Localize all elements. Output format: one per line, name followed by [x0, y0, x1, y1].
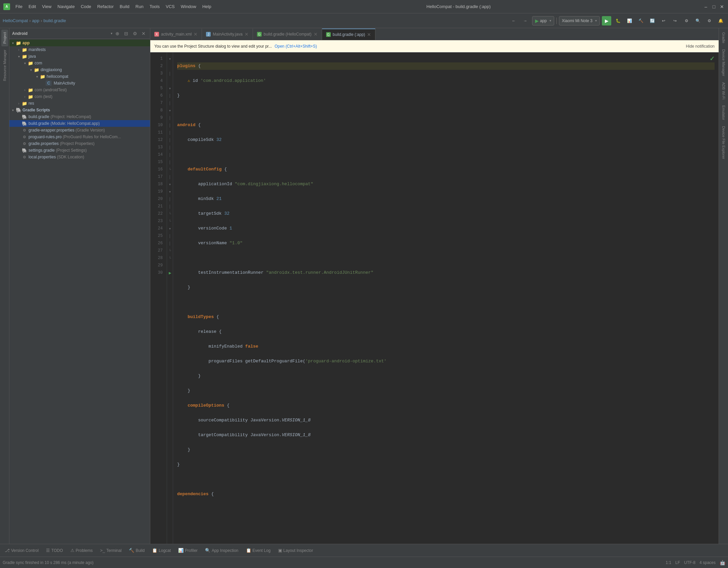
device-file-explorer-tab[interactable]: Device File Explorer	[720, 123, 727, 162]
breadcrumb-file[interactable]: build.gradle	[44, 18, 66, 23]
fold-24[interactable]: ▾	[167, 225, 173, 232]
tree-item-gradle-props[interactable]: ⚙ gradle.properties (Project Properties)	[9, 140, 150, 147]
code-content[interactable]: plugins { ⚠ id 'com.android.application'…	[173, 52, 719, 544]
tree-item-dingjiaxiong[interactable]: ▾ 📁 dingjiaxiong	[9, 66, 150, 73]
back-nav-button[interactable]: ←	[509, 16, 519, 25]
app-inspection-tab[interactable]: 🔍 App Inspection	[202, 547, 242, 554]
menu-code[interactable]: Code	[78, 3, 94, 10]
scroll-to-source-button[interactable]: ⊕	[114, 30, 121, 37]
menu-file[interactable]: File	[13, 3, 25, 10]
problems-tab[interactable]: ⚠ Problems	[67, 547, 96, 554]
tree-item-settings-gradle[interactable]: 🐘 settings.gradle (Project Settings)	[9, 147, 150, 154]
layout-inspector-tab[interactable]: ▣ Layout Inspector	[275, 547, 317, 554]
line-num-26: 26	[150, 240, 165, 247]
close-tab-build-gradle-app[interactable]: ✕	[367, 32, 371, 37]
configuration-selector[interactable]: ▶ app ▾	[532, 16, 554, 25]
notifications-button[interactable]: 🔔	[716, 16, 725, 25]
fold-5[interactable]: ▾	[167, 85, 173, 92]
fold-19[interactable]: ▾	[167, 188, 173, 195]
maximize-button[interactable]: □	[711, 4, 717, 9]
close-tab-build-gradle-hc[interactable]: ✕	[314, 32, 318, 37]
device-selector[interactable]: Xiaomi Mi Note 3 ▾	[559, 16, 600, 25]
settings-button[interactable]: ⚙	[682, 16, 691, 25]
breadcrumb-module[interactable]: app	[32, 18, 40, 23]
debug-button[interactable]: 🐛	[613, 16, 623, 25]
todo-tab[interactable]: ☰ TODO	[43, 547, 66, 554]
tab-build-gradle-app[interactable]: G build.gradle (:app) ✕	[322, 29, 376, 40]
close-button[interactable]: ✕	[719, 4, 725, 9]
terminal-icon: >_	[100, 548, 105, 553]
fold-1[interactable]: ▾	[167, 55, 173, 62]
menu-edit[interactable]: Edit	[26, 3, 39, 10]
tree-item-res[interactable]: › 📁 res	[9, 100, 150, 107]
menu-build[interactable]: Build	[117, 3, 132, 10]
tree-item-test[interactable]: › 📁 com (test)	[9, 93, 150, 100]
fold-18[interactable]: ▾	[167, 180, 173, 188]
logcat-tab[interactable]: 📋 Logcat	[149, 547, 174, 554]
close-tab-mainactivity[interactable]: ✕	[245, 32, 249, 37]
tree-item-hellocompat[interactable]: ▾ 📁 hellocompat	[9, 73, 150, 80]
menu-vcs[interactable]: VCS	[163, 3, 177, 10]
tree-item-wrapper-props[interactable]: ⚙ gradle-wrapper.properties (Gradle Vers…	[9, 127, 150, 134]
sync-button[interactable]: 🔄	[647, 16, 657, 25]
menu-navigate[interactable]: Navigate	[55, 3, 77, 10]
notification-open-link[interactable]: Open (Ctrl+Alt+Shift+S)	[274, 44, 317, 49]
menu-help[interactable]: Help	[200, 3, 214, 10]
cursor-position[interactable]: 1:1	[666, 560, 671, 565]
tab-build-gradle-hellocompat[interactable]: G build.gradle (HelloCompat) ✕	[253, 29, 322, 40]
tree-item-proguard[interactable]: ⚙ proguard-rules.pro (ProGuard Rules for…	[9, 134, 150, 140]
device-manager-tab[interactable]: Device Manager	[720, 47, 727, 79]
tree-item-java[interactable]: ▾ 📁 java	[9, 53, 150, 60]
collapse-all-button[interactable]: ⊟	[122, 30, 130, 37]
search-everywhere-button[interactable]: 🔍	[693, 16, 703, 25]
tree-item-app[interactable]: ▾ 📁 app	[9, 40, 150, 46]
project-type-dropdown[interactable]: ▾	[111, 32, 112, 35]
profile-button[interactable]: 📊	[625, 16, 634, 25]
menu-refactor[interactable]: Refactor	[95, 3, 116, 10]
redo-button[interactable]: ↪	[670, 16, 680, 25]
encoding[interactable]: UTF-8	[684, 560, 695, 565]
tree-item-build-gradle-module[interactable]: 🐘 build.gradle (Module: HelloCompat.app)	[9, 120, 150, 127]
project-panel-tab[interactable]: Project	[1, 30, 8, 46]
indent-setting[interactable]: 4 spaces	[699, 560, 716, 565]
tree-item-local-props[interactable]: ⚙ local.properties (SDK Location)	[9, 154, 150, 160]
close-panel-button[interactable]: ✕	[140, 30, 147, 37]
event-log-tab[interactable]: 📋 Event Log	[243, 547, 274, 554]
version-control-tab[interactable]: ⎇ Version Control	[1, 547, 42, 554]
menu-tools[interactable]: Tools	[147, 3, 162, 10]
run-button[interactable]: ▶	[602, 16, 611, 25]
build-tab[interactable]: 🔨 Build	[125, 547, 148, 554]
tree-item-manifests[interactable]: › 📁 manifests	[9, 46, 150, 53]
menu-window[interactable]: Window	[178, 3, 199, 10]
tree-item-build-gradle-project[interactable]: 🐘 build.gradle (Project: HelloCompat)	[9, 113, 150, 120]
breadcrumb-project[interactable]: HelloCompat	[3, 18, 28, 23]
resource-manager-tab[interactable]: Resource Manager	[1, 47, 8, 84]
tree-item-mainactivity[interactable]: C MainActivity	[9, 80, 150, 87]
fold-8[interactable]: ▾	[167, 107, 173, 114]
tree-item-gradle-scripts[interactable]: ▾ 🐘 Gradle Scripts	[9, 107, 150, 113]
gradle-panel-tab[interactable]: Gradle	[720, 30, 727, 46]
tree-label-app: app	[22, 41, 30, 45]
tab-activity-main-xml[interactable]: X activity_main.xml ✕	[150, 29, 202, 40]
code-editor[interactable]: 1 2 3 4 5 6 7 8 9 10 11 12 13 14 15 16 1…	[150, 52, 719, 544]
tree-item-com[interactable]: ▾ 📁 com	[9, 60, 150, 66]
adb-wifi-tab[interactable]: ADB Wi-Fi	[720, 80, 727, 102]
tree-item-androidtest[interactable]: › 📁 com (androidTest)	[9, 87, 150, 93]
undo-button[interactable]: ↩	[659, 16, 668, 25]
build-button[interactable]: 🔨	[636, 16, 645, 25]
tree-label-bgm: build.gradle (Module: HelloCompat.app)	[29, 121, 100, 126]
menu-run[interactable]: Run	[133, 3, 146, 10]
run-gutter-30[interactable]: ▶	[167, 269, 173, 276]
close-tab-activity-main[interactable]: ✕	[194, 32, 198, 37]
tab-mainactivity-java[interactable]: J MainActivity.java ✕	[202, 29, 253, 40]
panel-settings-button[interactable]: ⚙	[131, 30, 139, 37]
terminal-tab[interactable]: >_ Terminal	[97, 547, 125, 554]
emulator-tab[interactable]: Emulator	[720, 103, 727, 123]
minimize-button[interactable]: –	[703, 4, 709, 9]
menu-view[interactable]: View	[39, 3, 54, 10]
line-ending[interactable]: LF	[675, 560, 680, 565]
forward-nav-button[interactable]: →	[521, 16, 530, 25]
settings2-button[interactable]: ⚙	[705, 16, 714, 25]
notification-hide-button[interactable]: Hide notification	[686, 44, 715, 49]
profiler-tab[interactable]: 📊 Profiler	[175, 547, 201, 554]
